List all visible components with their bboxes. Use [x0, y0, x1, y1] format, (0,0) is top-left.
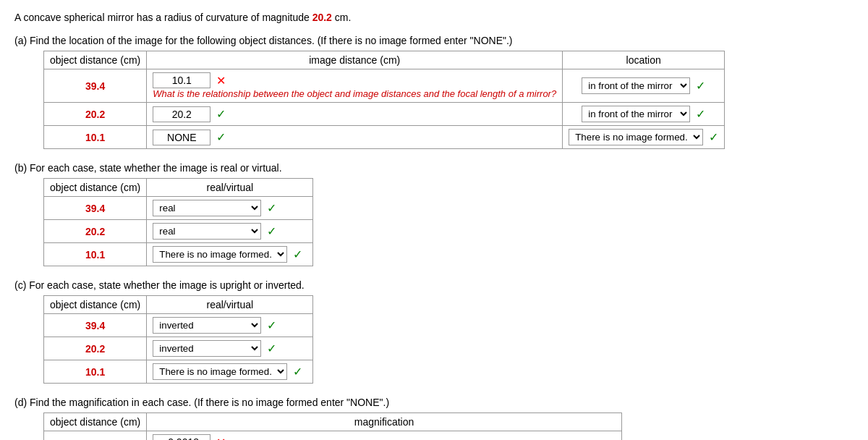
part-a-obj-dist-0: 39.4 — [44, 69, 147, 103]
part-a-location-cell-0: in front of the mirror✓ — [563, 69, 725, 103]
part-b-col1: object distance (cm) — [44, 179, 147, 197]
part-c-check-1: ✓ — [267, 342, 276, 355]
part-c-check-2: ✓ — [293, 365, 302, 378]
part-c-check-0: ✓ — [267, 318, 276, 332]
part-c-val-cell-2: There is no image formed.✓ — [147, 360, 313, 384]
part-c-section: (c) For each case, state whether the ima… — [14, 279, 854, 384]
part-d-col1: object distance (cm) — [44, 413, 147, 431]
part-a-location-select-2[interactable]: There is no image formed. — [569, 129, 703, 145]
part-b-check-1: ✓ — [267, 224, 276, 238]
part-d-col2: magnification — [147, 413, 622, 431]
part-c-select-2[interactable]: There is no image formed. — [153, 363, 287, 380]
part-a-location-cell-2: There is no image formed.✓ — [563, 126, 725, 149]
part-c-val-cell-1: inverted✓ — [147, 337, 313, 360]
part-a-location-select-0[interactable]: in front of the mirror — [582, 77, 690, 94]
part-c-obj-dist-1: 20.2 — [44, 337, 147, 360]
part-b-select-0[interactable]: real — [153, 200, 261, 216]
part-d-obj-dist-0: 39.4 — [44, 431, 147, 441]
radius-value: 20.2 — [312, 12, 332, 23]
part-a-img-check-1: ✓ — [216, 107, 226, 121]
part-b-title: (b) For each case, state whether the ima… — [14, 162, 854, 174]
part-a-img-cross-0: ✕ — [216, 74, 226, 88]
part-a-section: (a) Find the location of the image for t… — [14, 35, 854, 149]
part-a-location-select-1[interactable]: in front of the mirror — [582, 106, 690, 122]
part-c-select-0[interactable]: inverted — [153, 317, 261, 334]
part-b-val-cell-0: real✓ — [147, 197, 313, 220]
part-b-obj-dist-1: 20.2 — [44, 220, 147, 243]
part-b-obj-dist-2: 10.1 — [44, 243, 147, 266]
part-c-select-1[interactable]: inverted — [153, 340, 261, 357]
part-d-cross-0: ✕ — [216, 436, 226, 441]
part-c-col1: object distance (cm) — [44, 296, 147, 314]
part-a-obj-dist-2: 10.1 — [44, 126, 147, 149]
part-d-input-0[interactable]: -0.0018 — [153, 434, 210, 440]
part-b-section: (b) For each case, state whether the ima… — [14, 162, 854, 266]
part-a-img-dist-cell-1: 20.2✓ — [147, 103, 563, 126]
part-a-title: (a) Find the location of the image for t… — [14, 35, 854, 46]
part-b-col2: real/virtual — [147, 179, 313, 197]
part-c-col2: real/virtual — [147, 296, 313, 314]
part-a-img-check-2: ✓ — [216, 130, 226, 144]
part-d-val-cell-0: -0.0018✕Recall that the object and image… — [147, 431, 622, 441]
part-a-img-input-0[interactable]: 10.1 — [153, 72, 210, 88]
part-b-check-2: ✓ — [293, 248, 302, 261]
part-a-col3: location — [563, 51, 725, 69]
part-b-check-0: ✓ — [267, 201, 276, 215]
part-b-select-1[interactable]: real — [153, 223, 261, 240]
part-a-location-check-2: ✓ — [709, 130, 718, 144]
part-a-location-cell-1: in front of the mirror✓ — [563, 103, 725, 126]
part-a-img-dist-cell-2: NONE✓ — [147, 126, 563, 149]
part-c-obj-dist-2: 10.1 — [44, 360, 147, 384]
part-a-location-check-0: ✓ — [696, 79, 705, 93]
part-b-val-cell-2: There is no image formed.✓ — [147, 243, 313, 266]
part-c-val-cell-0: inverted✓ — [147, 314, 313, 337]
part-b-obj-dist-0: 39.4 — [44, 197, 147, 220]
part-d-section: (d) Find the magnification in each case.… — [14, 397, 854, 440]
part-a-img-dist-cell-0: 10.1✕What is the relationship between th… — [147, 69, 563, 103]
part-a-location-check-1: ✓ — [696, 107, 705, 121]
part-b-select-2[interactable]: There is no image formed. — [153, 246, 287, 263]
part-a-img-input-1[interactable]: 20.2 — [153, 106, 210, 122]
part-a-img-input-2[interactable]: NONE — [153, 130, 210, 145]
part-d-title: (d) Find the magnification in each case.… — [14, 397, 854, 408]
intro-text: A concave spherical mirror has a radius … — [14, 12, 854, 23]
part-c-obj-dist-0: 39.4 — [44, 314, 147, 337]
part-a-obj-dist-1: 20.2 — [44, 103, 147, 126]
part-a-error-msg-0: What is the relationship between the obj… — [153, 88, 556, 99]
part-a-col1: object distance (cm) — [44, 51, 147, 69]
part-c-title: (c) For each case, state whether the ima… — [14, 279, 854, 291]
part-b-val-cell-1: real✓ — [147, 220, 313, 243]
part-a-col2: image distance (cm) — [147, 51, 563, 69]
